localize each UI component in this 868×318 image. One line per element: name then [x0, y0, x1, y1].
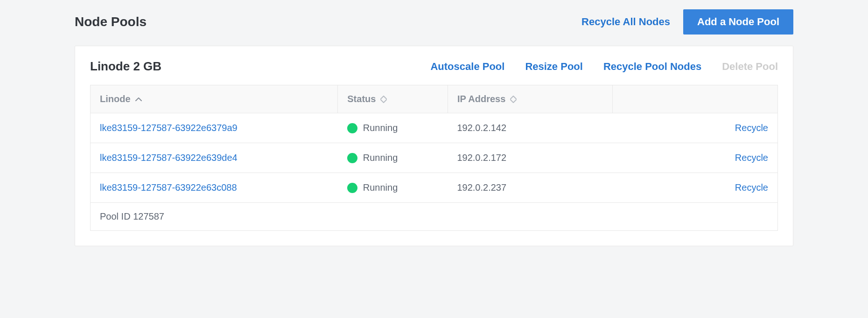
- pool-card-header: Linode 2 GB Autoscale Pool Resize Pool R…: [90, 59, 778, 74]
- table-footer-row: Pool ID 127587: [91, 203, 778, 231]
- column-header-status[interactable]: Status: [338, 85, 448, 113]
- resize-pool-link[interactable]: Resize Pool: [525, 61, 582, 73]
- pool-card: Linode 2 GB Autoscale Pool Resize Pool R…: [75, 46, 793, 246]
- page-title: Node Pools: [75, 14, 147, 29]
- delete-pool-link: Delete Pool: [722, 61, 778, 73]
- status-running-icon: [347, 123, 357, 133]
- recycle-all-nodes-link[interactable]: Recycle All Nodes: [581, 16, 670, 28]
- column-label: IP Address: [457, 94, 505, 104]
- panel-header: Node Pools Recycle All Nodes Add a Node …: [75, 9, 793, 35]
- column-header-ip[interactable]: IP Address: [448, 85, 613, 113]
- table-header-row: Linode Status: [91, 85, 778, 113]
- column-label: Status: [347, 94, 376, 104]
- recycle-node-link[interactable]: Recycle: [735, 152, 768, 163]
- column-header-linode[interactable]: Linode: [91, 85, 338, 113]
- pool-id-text: Pool ID 127587: [91, 203, 778, 231]
- pool-actions: Autoscale Pool Resize Pool Recycle Pool …: [430, 61, 778, 73]
- node-link[interactable]: lke83159-127587-63922e639de4: [100, 152, 238, 163]
- node-pools-panel: Node Pools Recycle All Nodes Add a Node …: [75, 9, 793, 246]
- status-running-icon: [347, 153, 357, 163]
- node-link[interactable]: lke83159-127587-63922e63c088: [100, 182, 237, 193]
- recycle-pool-nodes-link[interactable]: Recycle Pool Nodes: [603, 61, 701, 73]
- ip-address: 192.0.2.237: [448, 173, 613, 203]
- ip-address: 192.0.2.172: [448, 143, 613, 173]
- status-text: Running: [363, 123, 398, 133]
- table-row: lke83159-127587-63922e6379a9 Running 192…: [91, 113, 778, 143]
- recycle-node-link[interactable]: Recycle: [735, 123, 768, 133]
- sort-icon: [510, 95, 517, 104]
- nodes-table: Linode Status: [90, 85, 778, 231]
- autoscale-pool-link[interactable]: Autoscale Pool: [430, 61, 504, 73]
- status-text: Running: [363, 152, 398, 163]
- sort-asc-icon: [135, 97, 142, 101]
- node-link[interactable]: lke83159-127587-63922e6379a9: [100, 123, 238, 133]
- add-node-pool-button[interactable]: Add a Node Pool: [683, 9, 793, 35]
- recycle-node-link[interactable]: Recycle: [735, 182, 768, 193]
- header-actions: Recycle All Nodes Add a Node Pool: [581, 9, 793, 35]
- pool-name: Linode 2 GB: [90, 59, 161, 74]
- table-row: lke83159-127587-63922e63c088 Running 192…: [91, 173, 778, 203]
- status-text: Running: [363, 182, 398, 193]
- status-running-icon: [347, 183, 357, 193]
- column-header-action: [613, 85, 778, 113]
- table-row: lke83159-127587-63922e639de4 Running 192…: [91, 143, 778, 173]
- sort-icon: [380, 95, 387, 104]
- ip-address: 192.0.2.142: [448, 113, 613, 143]
- column-label: Linode: [100, 94, 131, 104]
